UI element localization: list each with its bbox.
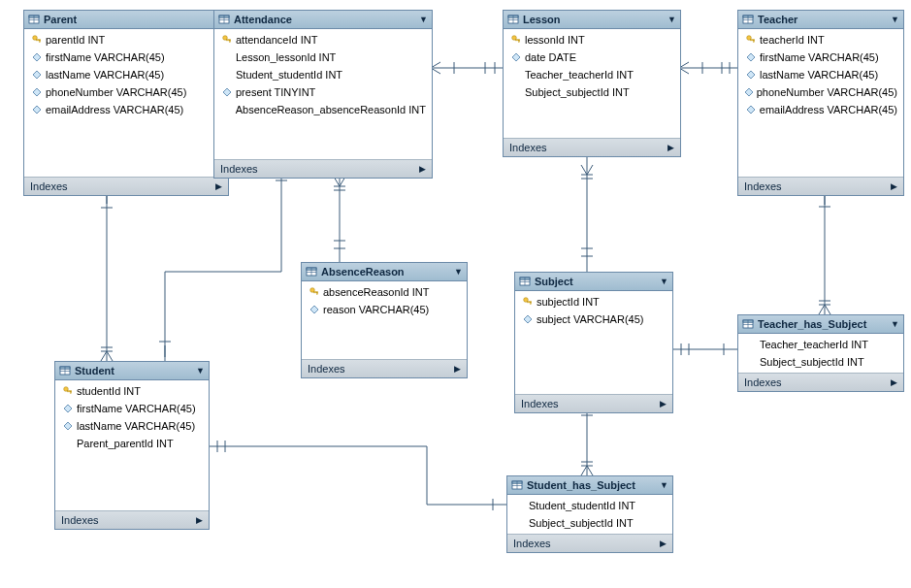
column-label: firstName VARCHAR(45) — [77, 403, 196, 414]
table-teacher_has_subject[interactable]: Teacher_has_Subject▼Teacher_teacherId IN… — [737, 314, 904, 392]
indexes-section[interactable]: Indexes▶ — [507, 534, 672, 552]
table-student_has_subject[interactable]: Student_has_Subject▼Student_studentId IN… — [506, 475, 673, 553]
table-header[interactable]: Lesson▼ — [504, 11, 680, 29]
expand-icon[interactable]: ▶ — [891, 181, 897, 191]
indexes-section[interactable]: Indexes▶ — [738, 373, 903, 391]
collapse-icon[interactable]: ▼ — [419, 15, 428, 24]
expand-icon[interactable]: ▶ — [454, 364, 461, 374]
column-row[interactable]: attendanceId INT — [214, 31, 432, 49]
column-row[interactable]: Subject_subjectId INT — [738, 353, 903, 371]
column-row[interactable]: lastName VARCHAR(45) — [738, 66, 903, 83]
table-absencereason[interactable]: AbsenceReason▼absenceReasonId INTreason … — [301, 262, 468, 378]
svg-rect-54 — [71, 392, 72, 394]
column-row[interactable]: Subject_subjectId INT — [504, 83, 680, 101]
collapse-icon[interactable]: ▼ — [891, 319, 899, 329]
blank-icon — [513, 518, 527, 528]
indexes-section[interactable]: Indexes▶ — [302, 359, 467, 377]
expand-icon[interactable]: ▶ — [891, 377, 897, 387]
column-list: teacherId INTfirstName VARCHAR(45)lastNa… — [738, 29, 903, 177]
column-label: phoneNumber VARCHAR(45) — [46, 86, 186, 98]
table-attendance[interactable]: Attendance▼attendanceId INTLesson_lesson… — [213, 10, 433, 179]
indexes-section[interactable]: Indexes▶ — [24, 177, 228, 195]
column-label: subject VARCHAR(45) — [537, 313, 643, 325]
column-row[interactable]: subject VARCHAR(45) — [515, 310, 672, 328]
table-header[interactable]: Subject▼ — [515, 273, 672, 291]
column-row[interactable]: parentId INT — [24, 31, 228, 49]
table-header[interactable]: Student_has_Subject▼ — [507, 476, 672, 495]
column-row[interactable]: date DATE — [504, 49, 680, 66]
column-row[interactable]: firstName VARCHAR(45) — [738, 49, 903, 66]
expand-icon[interactable]: ▶ — [660, 399, 667, 408]
column-label: attendanceId INT — [236, 34, 317, 46]
column-row[interactable]: Lesson_lessonId INT — [214, 49, 432, 66]
column-label: present TINYINT — [236, 86, 315, 98]
column-label: Parent_parentId INT — [77, 438, 174, 449]
table-header[interactable]: Student▼ — [55, 362, 209, 380]
indexes-label: Indexes — [61, 514, 196, 526]
column-row[interactable]: firstName VARCHAR(45) — [24, 49, 228, 66]
column-row[interactable]: AbsenceReason_absenceReasonId INT — [214, 101, 432, 118]
column-row[interactable]: subjectId INT — [515, 293, 672, 310]
indexes-section[interactable]: Indexes▶ — [55, 510, 209, 529]
column-label: parentId INT — [46, 34, 105, 46]
expand-icon[interactable]: ▶ — [660, 539, 667, 548]
expand-icon[interactable]: ▶ — [667, 143, 674, 152]
collapse-icon[interactable]: ▼ — [454, 267, 463, 277]
table-header[interactable]: Attendance▼ — [214, 11, 432, 29]
column-row[interactable]: Parent_parentId INT — [55, 435, 209, 452]
collapse-icon[interactable]: ▼ — [196, 366, 205, 376]
column-row[interactable]: Teacher_teacherId INT — [738, 336, 903, 353]
column-row[interactable]: emailAddress VARCHAR(45) — [738, 101, 903, 118]
column-label: Student_studentId INT — [236, 69, 342, 81]
column-row[interactable]: lastName VARCHAR(45) — [24, 66, 228, 83]
expand-icon[interactable]: ▶ — [215, 181, 222, 191]
table-header[interactable]: Teacher▼ — [738, 11, 903, 29]
column-row[interactable]: emailAddress VARCHAR(45) — [24, 101, 228, 118]
table-parent[interactable]: Parent▼parentId INTfirstName VARCHAR(45)… — [23, 10, 229, 196]
column-row[interactable]: reason VARCHAR(45) — [302, 301, 467, 318]
primary-key-icon — [509, 35, 523, 45]
expand-icon[interactable]: ▶ — [196, 515, 203, 525]
spacer — [214, 118, 432, 157]
column-row[interactable]: firstName VARCHAR(45) — [55, 400, 209, 417]
table-student[interactable]: Student▼studentId INTfirstName VARCHAR(4… — [54, 361, 210, 530]
column-label: subjectId INT — [537, 296, 600, 308]
expand-icon[interactable]: ▶ — [419, 164, 426, 174]
column-row[interactable]: present TINYINT — [214, 83, 432, 101]
column-label: lastName VARCHAR(45) — [760, 69, 878, 81]
blank-icon — [220, 52, 234, 62]
column-label: absenceReasonId INT — [323, 286, 429, 298]
indexes-section[interactable]: Indexes▶ — [504, 138, 680, 156]
table-header[interactable]: Teacher_has_Subject▼ — [738, 315, 903, 334]
collapse-icon[interactable]: ▼ — [660, 480, 668, 490]
column-icon — [744, 87, 755, 97]
column-label: Subject_subjectId INT — [525, 86, 630, 98]
column-row[interactable]: studentId INT — [55, 382, 209, 400]
column-row[interactable]: Student_studentId INT — [214, 66, 432, 83]
table-subject[interactable]: Subject▼subjectId INTsubject VARCHAR(45)… — [514, 272, 673, 413]
collapse-icon[interactable]: ▼ — [891, 15, 899, 24]
table-lesson[interactable]: Lesson▼lessonId INTdate DATETeacher_teac… — [503, 10, 681, 157]
column-row[interactable]: lastName VARCHAR(45) — [55, 417, 209, 435]
column-row[interactable]: phoneNumber VARCHAR(45) — [738, 83, 903, 101]
collapse-icon[interactable]: ▼ — [667, 15, 676, 24]
column-row[interactable]: Teacher_teacherId INT — [504, 66, 680, 83]
table-teacher[interactable]: Teacher▼teacherId INTfirstName VARCHAR(4… — [737, 10, 904, 196]
indexes-section[interactable]: Indexes▶ — [738, 177, 903, 195]
column-icon — [61, 421, 75, 431]
indexes-section[interactable]: Indexes▶ — [214, 159, 432, 178]
column-icon — [220, 87, 234, 97]
column-icon — [30, 52, 44, 62]
column-row[interactable]: absenceReasonId INT — [302, 283, 467, 301]
column-row[interactable]: phoneNumber VARCHAR(45) — [24, 83, 228, 101]
collapse-icon[interactable]: ▼ — [660, 277, 668, 286]
column-row[interactable]: lessonId INT — [504, 31, 680, 49]
indexes-section[interactable]: Indexes▶ — [515, 394, 672, 412]
table-header[interactable]: AbsenceReason▼ — [302, 263, 467, 281]
table-header[interactable]: Parent▼ — [24, 11, 228, 29]
column-list: subjectId INTsubject VARCHAR(45) — [515, 291, 672, 394]
column-row[interactable]: Student_studentId INT — [507, 497, 672, 514]
table-title: Teacher_has_Subject — [758, 318, 891, 330]
column-row[interactable]: teacherId INT — [738, 31, 903, 49]
column-row[interactable]: Subject_subjectId INT — [507, 514, 672, 532]
